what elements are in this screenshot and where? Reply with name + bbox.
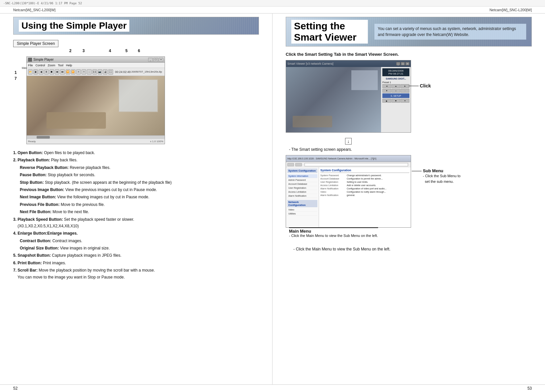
sv-ctrl-down[interactable]: ▼ bbox=[382, 89, 391, 93]
playback-button[interactable]: ▶ bbox=[33, 69, 38, 75]
next-image-button[interactable]: ⏭ bbox=[60, 69, 65, 75]
sc-nav-video[interactable]: Video bbox=[287, 208, 317, 212]
print-header-text: -SNC-L200(130*180)-E 4/21/06 1:17 PM Pag… bbox=[3, 2, 82, 5]
menu-zoom[interactable]: Zoom bbox=[48, 64, 55, 67]
sv-btn-c[interactable]: ● bbox=[401, 99, 409, 103]
close-button[interactable]: × bbox=[159, 58, 163, 62]
room-window-shape bbox=[118, 79, 158, 112]
status-ready: Ready bbox=[28, 140, 36, 143]
sc-nav-access-lim[interactable]: Access Limitation bbox=[287, 190, 317, 194]
sc-back-btn[interactable] bbox=[287, 163, 294, 166]
fullscreen-button[interactable]: ⛶ bbox=[108, 69, 113, 75]
sc-forward-btn[interactable] bbox=[295, 163, 302, 166]
reverse-playback-button[interactable]: ◀ bbox=[39, 69, 43, 75]
right-page-title: Setting the Smart Viewer bbox=[291, 20, 368, 44]
snapshot-button[interactable]: 📷 bbox=[98, 69, 102, 75]
menu-control[interactable]: Control bbox=[36, 64, 45, 67]
desc-item-4-sub2: Original Size Button: View images in ori… bbox=[20, 245, 259, 251]
sv-btn-b[interactable]: ■ bbox=[392, 99, 401, 103]
main-menu-desc: - Click the Main Menu to view the Sub Me… bbox=[289, 247, 532, 251]
desc-item-2-sub4: Previous Image Button: View the previous… bbox=[20, 186, 259, 193]
smart-setting-message: - The Smart setting screen appears. bbox=[289, 147, 532, 152]
main-menu-annotation: Main Menu - Click the Main Menu to view … bbox=[289, 227, 378, 238]
sv-content: 06/JAN/2006 PM 08:27:21 SAMSUNG DIGIT...… bbox=[286, 67, 411, 132]
original-size-button[interactable]: 1:1 bbox=[92, 69, 97, 75]
stop-button[interactable]: ⏹ bbox=[49, 69, 54, 75]
filename-display: 20050707_15h13m20s.8p bbox=[131, 70, 162, 73]
sc-nav-network-title: Network Configuration bbox=[287, 200, 317, 207]
print-header: -SNC-L200(130*180)-E 4/21/06 1:17 PM Pag… bbox=[0, 0, 545, 7]
time-display: 00:24:02:49 bbox=[115, 70, 131, 74]
next-file-button[interactable]: ⏩ bbox=[71, 69, 76, 75]
main-menu-label: Main Menu bbox=[289, 227, 378, 234]
menu-file[interactable]: File bbox=[28, 64, 33, 67]
sv-ctrl-zoom-in[interactable]: + bbox=[392, 89, 401, 93]
sv-setup-btn[interactable]: S. SETUP bbox=[382, 93, 409, 98]
left-page: Using the Simple Player Simple Player Sc… bbox=[0, 14, 272, 384]
sv-header: Smart Viewer [v3 network Camera] _ □ × bbox=[286, 60, 411, 67]
contract-button[interactable]: - bbox=[87, 69, 91, 75]
sv-close-btn[interactable]: × bbox=[405, 62, 409, 65]
sc-nav-utilities[interactable]: Utilities bbox=[287, 212, 317, 216]
right-model: Netcam[W]_SNC-L200[W] bbox=[490, 8, 532, 12]
window-buttons: _ □ × bbox=[148, 58, 163, 62]
side-num-7: 7 bbox=[15, 76, 17, 81]
sc-address-bar[interactable] bbox=[305, 163, 408, 166]
right-title-banner: Setting the Smart Viewer You can set a v… bbox=[286, 17, 532, 47]
sc-nav-admin-pwd[interactable]: Admin Password bbox=[287, 178, 317, 182]
sc-main-content: System Configuration System Password Cha… bbox=[319, 167, 411, 227]
sv-sidebar: 06/JAN/2006 PM 08:27:21 SAMSUNG DIGIT...… bbox=[381, 67, 411, 132]
click-annotation: Click bbox=[409, 83, 431, 88]
menu-tool[interactable]: Tool bbox=[58, 64, 64, 67]
minimize-button[interactable]: _ bbox=[148, 58, 153, 62]
menu-help[interactable]: Help bbox=[66, 64, 72, 67]
sv-video-area bbox=[286, 67, 381, 132]
scroll-bar[interactable] bbox=[27, 135, 165, 139]
enlarge-button[interactable]: + bbox=[81, 69, 86, 75]
player-controls: 📂 ▶ ◀ ⏸ ⏹ ⏮ ⏭ ⏪ ⏩ × + - bbox=[27, 68, 165, 76]
desc-item-2-sub7: Next File Button: Move to the next file. bbox=[20, 209, 259, 215]
sv-ctrl-left[interactable]: ◄ bbox=[382, 84, 391, 88]
room-sofa-shape bbox=[47, 112, 106, 129]
down-arrow-icon: ↓ bbox=[345, 138, 352, 145]
sc-row-1: System Password Change administrator's p… bbox=[320, 174, 409, 177]
sv-max-btn[interactable]: □ bbox=[401, 62, 405, 65]
sv-ctrl-zoom-out[interactable]: - bbox=[401, 89, 409, 93]
left-page-num: 52 bbox=[13, 386, 17, 391]
sc-nav-user-reg[interactable]: User Registration bbox=[287, 186, 317, 190]
desc-item-5: 5. Snapshot Button: Capture playback ima… bbox=[13, 252, 259, 259]
sv-ctrl-right[interactable]: ► bbox=[401, 84, 409, 88]
screen-label: Simple Player Screen bbox=[13, 40, 58, 47]
sv-preset: Preset 1 bbox=[382, 81, 409, 83]
sv-btn-a[interactable]: ▶ bbox=[382, 99, 391, 103]
speed-button[interactable]: × bbox=[76, 69, 81, 75]
player-video-area bbox=[27, 76, 165, 135]
maximize-button[interactable]: □ bbox=[153, 58, 158, 62]
open-button[interactable]: 📂 bbox=[28, 69, 33, 75]
sc-nav-account-db[interactable]: Account Database bbox=[287, 182, 317, 186]
sv-ctrl-row-3: ▶ ■ ● bbox=[382, 99, 409, 103]
sv-logo: SAMSUNG DIGIT... bbox=[382, 78, 409, 80]
num-5: 5 bbox=[125, 49, 128, 53]
sv-ctrl-up[interactable]: ▲ bbox=[392, 84, 401, 88]
desc-item-7: 7. Scroll Bar: Move the playback positio… bbox=[13, 267, 259, 280]
desc-item-2-sub3: Stop Button: Stop playback. (the screen … bbox=[20, 179, 259, 186]
sc-nav-alarm-notif[interactable]: Alarm Notification bbox=[287, 194, 317, 198]
sv-datetime: 06/JAN/2006 PM 08:27:21 bbox=[382, 68, 409, 76]
sv-min-btn[interactable]: _ bbox=[396, 62, 400, 65]
prev-file-button[interactable]: ⏪ bbox=[66, 69, 70, 75]
sc-nav-system-info[interactable]: System Information bbox=[287, 174, 317, 178]
num-6: 6 bbox=[138, 49, 140, 53]
player-app-icon bbox=[28, 58, 32, 62]
sc-browser-toolbar bbox=[286, 162, 411, 167]
sc-value-6: Configuration to notify alarm through... bbox=[347, 191, 386, 193]
sub-menu-annotation: Sub Menu - Click the Sub Menu to set the… bbox=[412, 168, 461, 184]
sc-value-1: Change administrator's password. bbox=[347, 174, 382, 177]
print-button[interactable]: 🖨 bbox=[103, 69, 108, 75]
sc-label-4: Access Limitation bbox=[320, 184, 347, 186]
pause-button[interactable]: ⏸ bbox=[44, 69, 49, 75]
page-footer: 52 53 bbox=[0, 384, 545, 392]
left-title-banner: Using the Simple Player bbox=[13, 17, 259, 35]
sc-value-7: general. bbox=[347, 194, 355, 196]
prev-image-button[interactable]: ⏮ bbox=[55, 69, 59, 75]
